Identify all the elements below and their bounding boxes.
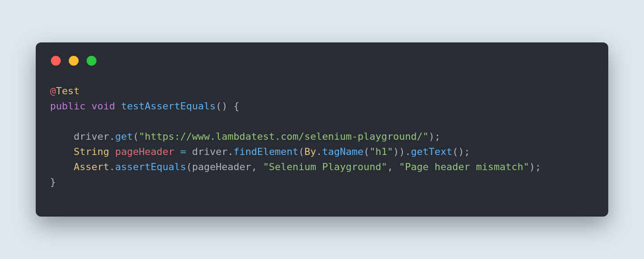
obj-driver: driver: [192, 146, 227, 157]
class-by: By: [305, 146, 317, 157]
expected-string: "Selenium Playground": [263, 161, 387, 172]
code-block: @Test public void testAssertEquals() { d…: [50, 84, 594, 190]
indent: [50, 161, 74, 172]
arg-pageheader: pageHeader: [192, 161, 251, 172]
call-assertequals: assertEquals: [115, 161, 186, 172]
brace-close: }: [50, 176, 56, 188]
dot: .: [316, 146, 322, 157]
var-pageheader: pageHeader: [115, 146, 174, 157]
dot: .: [227, 146, 233, 157]
type-string: String: [74, 146, 109, 157]
annotation-name: Test: [56, 85, 79, 96]
url-string: "https://www.lambdatest.com/selenium-pla…: [139, 131, 429, 142]
paren-close: );: [429, 131, 441, 142]
paren-open: (: [133, 131, 138, 142]
indent: [50, 146, 74, 157]
h1-string: "h1": [369, 146, 393, 157]
kw-public: public: [50, 100, 85, 112]
dot: .: [109, 131, 115, 142]
maximize-icon[interactable]: [87, 56, 96, 66]
paren-close: ();: [452, 146, 470, 157]
parens: (): [216, 100, 228, 112]
annotation-at: @: [50, 85, 56, 96]
kw-void: void: [92, 100, 115, 112]
method-name: testAssertEquals: [121, 100, 216, 112]
dot: .: [109, 161, 115, 172]
paren-open: (: [186, 161, 192, 172]
call-findelement: findElement: [234, 146, 299, 157]
message-string: "Page header mismatch": [399, 161, 529, 172]
paren-close: );: [529, 161, 541, 172]
call-gettext: getText: [411, 146, 452, 157]
obj-driver: driver: [74, 131, 109, 142]
paren-open: (: [364, 146, 369, 157]
eq: =: [174, 146, 192, 157]
call-get: get: [115, 131, 133, 142]
call-tagname: tagName: [322, 146, 364, 157]
brace-open: {: [227, 100, 239, 112]
close-icon[interactable]: [51, 56, 61, 66]
paren-open: (: [298, 146, 304, 157]
dot: .: [405, 146, 411, 157]
traffic-lights: [51, 56, 594, 66]
code-window: @Test public void testAssertEquals() { d…: [36, 42, 608, 217]
paren-close: )): [393, 146, 405, 157]
comma: ,: [387, 161, 399, 172]
comma: ,: [251, 161, 263, 172]
class-assert: Assert: [74, 161, 109, 172]
minimize-icon[interactable]: [69, 56, 79, 66]
indent: [50, 131, 74, 142]
